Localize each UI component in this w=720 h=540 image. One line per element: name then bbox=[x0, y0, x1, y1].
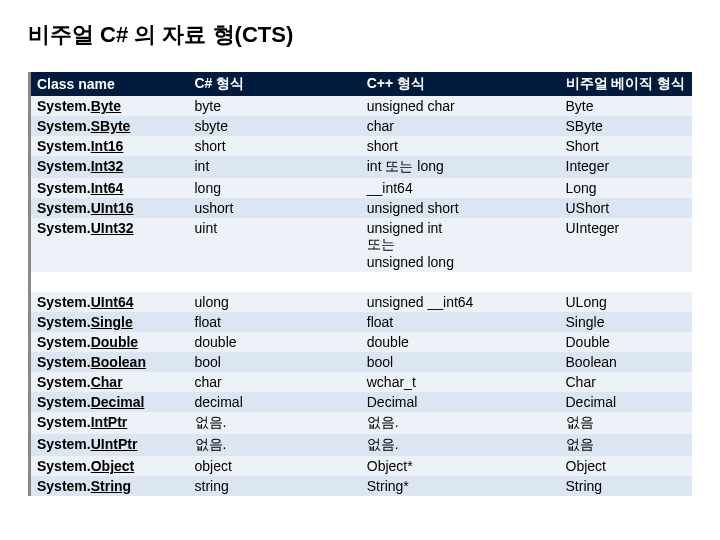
cell-vb: Byte bbox=[560, 96, 693, 116]
cell-vb: Decimal bbox=[560, 392, 693, 412]
class-link: Byte bbox=[91, 98, 121, 114]
class-link: UIntPtr bbox=[91, 436, 138, 452]
table-row: System.ObjectobjectObject*Object bbox=[30, 456, 693, 476]
class-link: Decimal bbox=[91, 394, 145, 410]
class-prefix: System. bbox=[37, 220, 91, 236]
cell-vb: Short bbox=[560, 136, 693, 156]
table-row: System.IntPtr없음.없음.없음 bbox=[30, 412, 693, 434]
table-row: System.Charcharwchar_tChar bbox=[30, 372, 693, 392]
cell-csharp: object bbox=[189, 456, 361, 476]
cell-csharp: short bbox=[189, 136, 361, 156]
class-link: UInt32 bbox=[91, 220, 134, 236]
cell-classname: System.SByte bbox=[30, 116, 189, 136]
page-title: 비주얼 C# 의 자료 형(CTS) bbox=[28, 20, 692, 50]
class-link: Object bbox=[91, 458, 135, 474]
cell-vb: Single bbox=[560, 312, 693, 332]
class-link: UInt64 bbox=[91, 294, 134, 310]
class-prefix: System. bbox=[37, 374, 91, 390]
cell-classname: System.Int64 bbox=[30, 178, 189, 198]
table-row: System.UInt16ushortunsigned shortUShort bbox=[30, 198, 693, 218]
spacer-row bbox=[30, 272, 693, 292]
cell-classname: System.UIntPtr bbox=[30, 434, 189, 456]
class-prefix: System. bbox=[37, 314, 91, 330]
table-row: System.UIntPtr없음.없음.없음 bbox=[30, 434, 693, 456]
table-row: System.DecimaldecimalDecimalDecimal bbox=[30, 392, 693, 412]
cell-classname: System.Int32 bbox=[30, 156, 189, 178]
table-row: System.UInt32uintunsigned int 또는 unsigne… bbox=[30, 218, 693, 272]
cell-csharp: string bbox=[189, 476, 361, 496]
class-prefix: System. bbox=[37, 334, 91, 350]
class-link: Int32 bbox=[91, 158, 124, 174]
table-row: System.Int16shortshortShort bbox=[30, 136, 693, 156]
class-prefix: System. bbox=[37, 478, 91, 494]
cell-vb: String bbox=[560, 476, 693, 496]
cell-classname: System.Boolean bbox=[30, 352, 189, 372]
cell-cpp: short bbox=[361, 136, 560, 156]
cell-vb: Double bbox=[560, 332, 693, 352]
cell-csharp: ushort bbox=[189, 198, 361, 218]
cell-classname: System.Int16 bbox=[30, 136, 189, 156]
cell-classname: System.UInt16 bbox=[30, 198, 189, 218]
class-prefix: System. bbox=[37, 180, 91, 196]
col-csharp: C# 형식 bbox=[189, 72, 361, 96]
class-link: UInt16 bbox=[91, 200, 134, 216]
cell-csharp: float bbox=[189, 312, 361, 332]
class-prefix: System. bbox=[37, 118, 91, 134]
cell-cpp: double bbox=[361, 332, 560, 352]
cell-cpp: Object* bbox=[361, 456, 560, 476]
class-link: Int16 bbox=[91, 138, 124, 154]
types-table: Class name C# 형식 C++ 형식 비주얼 베이직 형식 Syste… bbox=[28, 72, 692, 496]
table-row: System.Bytebyteunsigned charByte bbox=[30, 96, 693, 116]
cell-csharp: ulong bbox=[189, 292, 361, 312]
class-link: IntPtr bbox=[91, 414, 128, 430]
cell-vb: Integer bbox=[560, 156, 693, 178]
cell-cpp: wchar_t bbox=[361, 372, 560, 392]
cell-vb: UInteger bbox=[560, 218, 693, 272]
cell-cpp: 없음. bbox=[361, 434, 560, 456]
table-row: System.Int32intint 또는 longInteger bbox=[30, 156, 693, 178]
cell-classname: System.UInt64 bbox=[30, 292, 189, 312]
class-prefix: System. bbox=[37, 138, 91, 154]
cell-cpp: String* bbox=[361, 476, 560, 496]
cell-csharp: sbyte bbox=[189, 116, 361, 136]
cell-classname: System.Decimal bbox=[30, 392, 189, 412]
cell-csharp: 없음. bbox=[189, 434, 361, 456]
class-prefix: System. bbox=[37, 200, 91, 216]
table-row: System.SinglefloatfloatSingle bbox=[30, 312, 693, 332]
class-link: Double bbox=[91, 334, 138, 350]
class-prefix: System. bbox=[37, 158, 91, 174]
col-classname: Class name bbox=[30, 72, 189, 96]
class-prefix: System. bbox=[37, 354, 91, 370]
cell-cpp: unsigned char bbox=[361, 96, 560, 116]
table-row: System.StringstringString*String bbox=[30, 476, 693, 496]
cell-csharp: double bbox=[189, 332, 361, 352]
cell-vb: 없음 bbox=[560, 434, 693, 456]
table-row: System.BooleanboolboolBoolean bbox=[30, 352, 693, 372]
cell-vb: ULong bbox=[560, 292, 693, 312]
cell-csharp: decimal bbox=[189, 392, 361, 412]
cell-csharp: char bbox=[189, 372, 361, 392]
cell-vb: UShort bbox=[560, 198, 693, 218]
table-header-row: Class name C# 형식 C++ 형식 비주얼 베이직 형식 bbox=[30, 72, 693, 96]
class-link: Int64 bbox=[91, 180, 124, 196]
cell-csharp: byte bbox=[189, 96, 361, 116]
cell-classname: System.Object bbox=[30, 456, 189, 476]
cell-vb: Long bbox=[560, 178, 693, 198]
class-prefix: System. bbox=[37, 458, 91, 474]
cell-vb: Boolean bbox=[560, 352, 693, 372]
cell-cpp: char bbox=[361, 116, 560, 136]
table-row: System.SBytesbytecharSByte bbox=[30, 116, 693, 136]
cell-csharp: 없음. bbox=[189, 412, 361, 434]
cell-cpp: int 또는 long bbox=[361, 156, 560, 178]
cell-classname: System.Byte bbox=[30, 96, 189, 116]
cell-csharp: uint bbox=[189, 218, 361, 272]
cell-csharp: int bbox=[189, 156, 361, 178]
cell-classname: System.UInt32 bbox=[30, 218, 189, 272]
cell-cpp: unsigned __int64 bbox=[361, 292, 560, 312]
cell-classname: System.Char bbox=[30, 372, 189, 392]
table-row: System.DoubledoubledoubleDouble bbox=[30, 332, 693, 352]
col-cpp: C++ 형식 bbox=[361, 72, 560, 96]
class-prefix: System. bbox=[37, 98, 91, 114]
cell-cpp: unsigned int 또는 unsigned long bbox=[361, 218, 560, 272]
class-link: Boolean bbox=[91, 354, 146, 370]
